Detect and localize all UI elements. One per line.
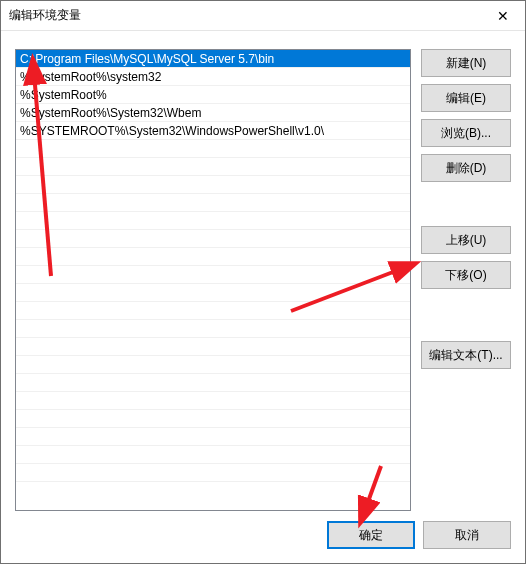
list-item-empty[interactable]: . (16, 320, 410, 338)
spacer (421, 189, 511, 219)
move-down-button[interactable]: 下移(O) (421, 261, 511, 289)
list-item-empty[interactable]: . (16, 446, 410, 464)
list-item-empty[interactable]: . (16, 140, 410, 158)
button-sidebar: 新建(N) 编辑(E) 浏览(B)... 删除(D) 上移(U) 下移(O) 编… (421, 49, 511, 511)
ok-button[interactable]: 确定 (327, 521, 415, 549)
list-item-empty[interactable]: . (16, 230, 410, 248)
list-item-empty[interactable]: . (16, 194, 410, 212)
delete-button[interactable]: 删除(D) (421, 154, 511, 182)
edit-text-button[interactable]: 编辑文本(T)... (421, 341, 511, 369)
dialog-window: 编辑环境变量 ✕ C:\Program Files\MySQL\MySQL Se… (0, 0, 526, 564)
list-item-empty[interactable]: . (16, 464, 410, 482)
list-item[interactable]: C:\Program Files\MySQL\MySQL Server 5.7\… (16, 50, 410, 68)
window-title: 编辑环境变量 (9, 7, 81, 24)
list-item-empty[interactable]: . (16, 428, 410, 446)
browse-button[interactable]: 浏览(B)... (421, 119, 511, 147)
list-item-empty[interactable]: . (16, 392, 410, 410)
new-button[interactable]: 新建(N) (421, 49, 511, 77)
list-item[interactable]: %SYSTEMROOT%\System32\WindowsPowerShell\… (16, 122, 410, 140)
cancel-button[interactable]: 取消 (423, 521, 511, 549)
list-item-empty[interactable]: . (16, 248, 410, 266)
close-icon: ✕ (497, 8, 509, 24)
list-item-empty[interactable]: . (16, 284, 410, 302)
titlebar: 编辑环境变量 ✕ (1, 1, 525, 31)
list-item-empty[interactable]: . (16, 212, 410, 230)
list-item-empty[interactable]: . (16, 410, 410, 428)
list-item[interactable]: %SystemRoot%\System32\Wbem (16, 104, 410, 122)
list-item-empty[interactable]: . (16, 266, 410, 284)
list-item-empty[interactable]: . (16, 356, 410, 374)
list-item[interactable]: %SystemRoot% (16, 86, 410, 104)
list-item[interactable]: %SystemRoot%\system32 (16, 68, 410, 86)
list-item-empty[interactable]: . (16, 176, 410, 194)
list-item-empty[interactable]: . (16, 338, 410, 356)
move-up-button[interactable]: 上移(U) (421, 226, 511, 254)
spacer (421, 296, 511, 334)
content-area: C:\Program Files\MySQL\MySQL Server 5.7\… (1, 31, 525, 521)
list-item-empty[interactable]: . (16, 374, 410, 392)
edit-button[interactable]: 编辑(E) (421, 84, 511, 112)
footer: 确定 取消 (1, 521, 525, 563)
close-button[interactable]: ✕ (480, 1, 525, 31)
list-item-empty[interactable]: . (16, 302, 410, 320)
list-item-empty[interactable]: . (16, 158, 410, 176)
path-listbox[interactable]: C:\Program Files\MySQL\MySQL Server 5.7\… (15, 49, 411, 511)
